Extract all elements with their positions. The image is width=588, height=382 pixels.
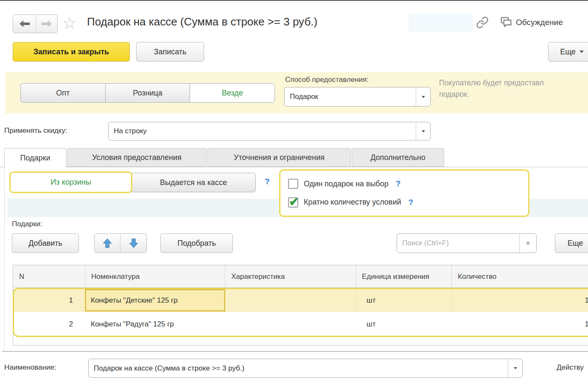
method-label: Способ предоставления: (285, 76, 369, 84)
tab-gifts[interactable]: Подарки (4, 148, 66, 168)
toggle-from-cart[interactable]: Из корзины (9, 171, 132, 193)
gift-source-help-icon[interactable]: ? (265, 177, 270, 186)
discussion-link[interactable]: Обсуждение (516, 18, 563, 27)
move-down-button[interactable] (120, 234, 146, 253)
pick-button[interactable]: Подобрать (160, 233, 233, 253)
page-title: Подарок на кассе (Сумма в строке >= 3 ру… (87, 15, 317, 28)
tab-panel-bottom-border (2, 351, 588, 352)
cell-n[interactable]: 2 (13, 312, 79, 336)
tab-panel-left-border (4, 167, 5, 351)
method-value: Подарок (285, 93, 416, 101)
search-input[interactable] (397, 239, 519, 247)
option-one-gift-row: Один подарок на выбор ? (288, 177, 521, 191)
add-row-button[interactable]: Добавить (12, 233, 79, 253)
column-header-quantity[interactable]: Количество (451, 265, 588, 288)
discussion-icon[interactable] (499, 15, 513, 31)
forward-arrow-icon (41, 20, 52, 28)
cell-characteristic[interactable] (225, 312, 356, 336)
save-and-close-button[interactable]: Записать и закрыть (13, 42, 130, 62)
apply-discount-label: Применять скидку: (4, 126, 67, 135)
move-buttons-group (94, 233, 147, 253)
column-header-characteristic[interactable]: Характеристика (225, 265, 356, 288)
segment-vezde[interactable]: Везде (190, 84, 274, 102)
column-header-n[interactable]: N (13, 265, 85, 288)
tab-clarifications[interactable]: Уточнения и ограничения (207, 148, 351, 167)
apply-discount-value: На строку (109, 127, 416, 135)
column-header-unit[interactable]: Единица измерения (356, 265, 451, 288)
gifts-section-label: Подарки: (12, 220, 42, 228)
name-dropdown (88, 359, 523, 378)
save-button[interactable]: Записать (136, 42, 204, 62)
cell-characteristic[interactable] (225, 289, 356, 312)
toggle-at-checkout[interactable]: Выдается на кассе (131, 173, 256, 192)
one-gift-checkbox[interactable] (288, 179, 298, 189)
cell-quantity[interactable]: 1 (451, 289, 588, 312)
forward-button[interactable] (36, 15, 57, 33)
chevron-down-icon (514, 367, 517, 369)
method-dropdown[interactable]: Подарок (284, 87, 431, 107)
chevron-down-icon (580, 51, 584, 53)
tab-conditions[interactable]: Условия предоставления (67, 148, 207, 167)
nav-buttons (13, 14, 58, 33)
apply-discount-dropdown[interactable]: На строку (108, 122, 431, 140)
multiple-of-conditions-checkbox[interactable] (288, 197, 298, 208)
method-dropdown-button[interactable] (416, 87, 430, 106)
search-clear-button[interactable]: × (519, 234, 536, 253)
status-label: Действу (557, 363, 584, 372)
cell-unit[interactable]: шт (356, 312, 451, 336)
segment-opt[interactable]: Опт (21, 84, 106, 102)
name-input[interactable] (89, 364, 508, 373)
favorite-star-icon[interactable]: ☆ (62, 14, 77, 32)
one-gift-label: Один подарок на выбор (304, 180, 389, 188)
more-button-toolbar[interactable]: Еще (555, 233, 588, 253)
focused-cell-nomenclature[interactable]: Конфеты "Детские" 125 гр (85, 289, 225, 312)
chevron-down-icon (422, 130, 425, 132)
name-dropdown-button[interactable] (508, 359, 522, 377)
copy-link-icon[interactable] (476, 16, 489, 31)
cell-quantity[interactable]: 1 (451, 312, 588, 336)
name-label: Наименование: (4, 363, 56, 372)
column-header-nomenclature[interactable]: Номенклатура (85, 265, 225, 288)
cell-n[interactable]: 1 (13, 289, 79, 312)
row-divider (356, 289, 356, 312)
tabs-divider (0, 167, 588, 167)
gift-discount-form: ☆ Подарок на кассе (Сумма в строке >= 3 … (0, 0, 588, 382)
more-button-top[interactable]: Еще (548, 42, 588, 62)
back-arrow-icon (19, 20, 30, 28)
scope-segmented-control: Опт Розница Везде (20, 83, 275, 103)
method-hint-text: Покупателю будет предоставл подарок. (439, 77, 544, 100)
title-highlight (409, 14, 473, 31)
segment-roznitsa[interactable]: Розница (106, 84, 190, 102)
table-row-2[interactable]: 2 Конфеты "Радуга" 125 гр шт 1 (13, 312, 588, 336)
search-box: × (397, 233, 537, 253)
row-divider (451, 289, 452, 312)
arrow-up-icon (103, 238, 112, 248)
cell-nomenclature[interactable]: Конфеты "Радуга" 125 гр (85, 312, 225, 336)
multiple-help-icon[interactable]: ? (409, 198, 414, 207)
chevron-down-icon (422, 96, 425, 98)
back-button[interactable] (13, 15, 36, 33)
gift-options-group: Один подарок на выбор ? Кратно количеств… (279, 169, 529, 217)
move-up-button[interactable] (95, 234, 120, 253)
arrow-down-icon (129, 238, 138, 248)
one-gift-help-icon[interactable]: ? (396, 179, 401, 188)
multiple-of-conditions-label: Кратно количеству условий (304, 198, 401, 207)
apply-discount-dropdown-button[interactable] (416, 122, 430, 140)
option-multiple-row: Кратно количеству условий ? (288, 196, 521, 209)
tab-additional[interactable]: Дополнительно (352, 148, 444, 167)
cell-unit[interactable]: шт (356, 289, 451, 312)
